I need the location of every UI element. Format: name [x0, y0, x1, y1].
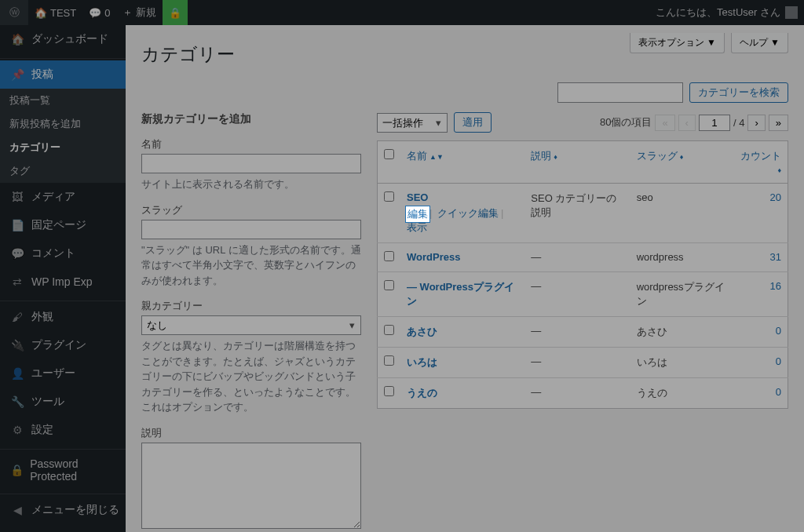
row-checkbox[interactable]	[384, 325, 394, 335]
search-input[interactable]	[557, 82, 683, 103]
slug-label: スラッグ	[141, 203, 361, 217]
sort-icon: ♦	[680, 153, 684, 161]
sidebar-item-label: メニューを閉じる	[31, 503, 119, 517]
field-parent: 親カテゴリー なし タグとは異なり、カテゴリーは階層構造を持つことができます。た…	[141, 299, 361, 415]
screen-options-button[interactable]: 表示オプション ▼	[630, 33, 725, 53]
category-desc: —	[524, 243, 630, 272]
comment-icon: 💬	[89, 7, 101, 19]
category-name-link[interactable]: うえの	[407, 387, 437, 399]
sidebar-sub-new-post[interactable]: 新規投稿を追加	[0, 112, 126, 136]
category-count-link[interactable]: 20	[770, 191, 781, 203]
row-checkbox[interactable]	[384, 386, 394, 396]
col-desc[interactable]: 説明♦	[531, 150, 557, 162]
sidebar-item-media[interactable]: 🖼メディア	[0, 183, 126, 211]
sidebar-item-settings[interactable]: ⚙設定	[0, 416, 126, 444]
password-protected-indicator[interactable]: 🔒	[163, 0, 188, 25]
admin-bar-right[interactable]: こんにちは、TestUser さん	[656, 5, 804, 20]
bulk-action-select[interactable]: 一括操作	[377, 113, 448, 133]
col-slug[interactable]: スラッグ♦	[637, 150, 684, 162]
first-page-button[interactable]: «	[655, 115, 674, 131]
pagination: 80個の項目 « ‹ / 4 › »	[600, 115, 788, 131]
parent-select[interactable]: なし	[141, 315, 361, 335]
category-name-link[interactable]: — WordPressプラグイン	[407, 281, 514, 307]
row-checkbox[interactable]	[384, 191, 394, 202]
next-page-button[interactable]: ›	[747, 115, 765, 131]
sidebar-item-plugins[interactable]: 🔌プラグイン	[0, 331, 126, 359]
wordpress-logo[interactable]: ⓦ	[0, 0, 28, 25]
sidebar-item-users[interactable]: 👤ユーザー	[0, 359, 126, 388]
search-button[interactable]: カテゴリーを検索	[689, 82, 788, 103]
category-list-col: 一括操作 適用 80個の項目 « ‹ / 4 › »	[377, 112, 788, 532]
category-slug: wordpressプラグイン	[630, 272, 733, 317]
brush-icon: 🖌	[9, 309, 25, 325]
sidebar-sub-tags[interactable]: タグ	[0, 159, 126, 183]
sidebar-separator	[0, 55, 126, 59]
slug-input[interactable]	[141, 220, 361, 239]
sidebar-sub-categories[interactable]: カテゴリー	[0, 136, 126, 159]
edit-action-highlight[interactable]: 編集	[405, 206, 430, 223]
table-row: SEO 編集| クイック編集| 表示 SEO カテゴリーの説明 seo 20	[378, 184, 788, 243]
collapse-icon: ◀	[9, 502, 25, 518]
prev-page-button[interactable]: ‹	[678, 115, 696, 131]
wrench-icon: 🔧	[9, 394, 25, 410]
new-content-link[interactable]: ＋新規	[116, 0, 163, 25]
sidebar-item-posts[interactable]: 📌投稿	[0, 60, 126, 89]
col-count[interactable]: カウント♦	[740, 150, 781, 175]
sidebar-collapse[interactable]: ◀メニューを閉じる	[0, 496, 126, 524]
desc-label: 説明	[141, 426, 361, 440]
category-count-link[interactable]: 16	[770, 280, 781, 292]
comments-link[interactable]: 💬0	[82, 0, 116, 25]
total-pages: / 4	[733, 117, 744, 129]
col-name[interactable]: 名前▲▼	[407, 150, 444, 162]
sidebar-separator	[0, 446, 126, 450]
sidebar-item-password-protected[interactable]: 🔒Password Protected	[0, 451, 126, 489]
category-count-link[interactable]: 0	[776, 355, 781, 367]
user-icon: 👤	[9, 366, 25, 381]
sort-icon: ▲▼	[429, 153, 444, 161]
category-slug: seo	[630, 184, 733, 243]
sidebar-item-dashboard[interactable]: 🏠ダッシュボード	[0, 25, 126, 53]
sidebar-item-tools[interactable]: 🔧ツール	[0, 388, 126, 416]
help-button[interactable]: ヘルプ ▼	[731, 33, 788, 53]
category-name-link[interactable]: あさひ	[407, 326, 437, 337]
last-page-button[interactable]: »	[769, 115, 788, 131]
category-desc: SEO カテゴリーの説明	[524, 184, 630, 243]
sidebar-item-label: ダッシュボード	[31, 32, 108, 46]
site-name-link[interactable]: 🏠TEST	[28, 0, 82, 25]
category-name-link[interactable]: SEO	[407, 191, 428, 203]
settings-icon: ⚙	[9, 422, 25, 438]
select-all-checkbox[interactable]	[384, 149, 394, 159]
category-desc: —	[524, 272, 630, 317]
category-name-link[interactable]: WordPress	[407, 251, 460, 263]
parent-label: 親カテゴリー	[141, 299, 361, 313]
row-checkbox[interactable]	[384, 280, 394, 290]
lock-icon: 🔒	[9, 462, 24, 478]
current-page-input[interactable]	[699, 115, 730, 131]
sidebar-item-wpimpexp[interactable]: ⇄WP Imp Exp	[0, 268, 126, 296]
name-desc: サイト上に表示される名前です。	[141, 177, 361, 192]
comment-icon: 💬	[9, 246, 25, 261]
table-row: — WordPressプラグイン — wordpressプラグイン 16	[378, 272, 788, 317]
sidebar-item-appearance[interactable]: 🖌外観	[0, 303, 126, 331]
sort-icon: ♦	[554, 153, 557, 161]
desc-textarea[interactable]	[141, 443, 361, 529]
category-count-link[interactable]: 0	[776, 386, 781, 398]
comments-count: 0	[104, 7, 110, 19]
sidebar-item-pages[interactable]: 📄固定ページ	[0, 211, 126, 239]
category-name-link[interactable]: いろは	[407, 356, 437, 368]
pin-icon: 📌	[9, 67, 25, 82]
category-slug: あさひ	[630, 317, 733, 348]
sidebar-sub-all-posts[interactable]: 投稿一覧	[0, 89, 126, 112]
category-count-link[interactable]: 0	[776, 325, 781, 337]
table-row: WordPress — wordpress 31	[378, 243, 788, 272]
quick-edit-action[interactable]: クイック編集	[437, 207, 499, 219]
sidebar-item-comments[interactable]: 💬コメント	[0, 239, 126, 268]
table-row: いろは — いろは 0	[378, 348, 788, 378]
row-checkbox[interactable]	[384, 355, 394, 366]
view-action[interactable]: 表示	[407, 221, 427, 233]
name-input[interactable]	[141, 154, 361, 173]
row-checkbox[interactable]	[384, 251, 394, 261]
apply-button[interactable]: 適用	[454, 112, 492, 133]
form-heading: 新規カテゴリーを追加	[141, 112, 361, 126]
category-count-link[interactable]: 31	[770, 251, 781, 263]
